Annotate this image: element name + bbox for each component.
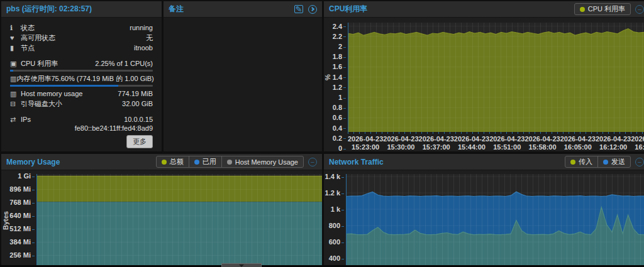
more-button[interactable]: 更多: [126, 135, 153, 148]
y-tick-label: 600: [329, 238, 344, 246]
guest-status-list: ℹ状态running♥高可用状态无▮节点itnoob▣CPU 利用率2.25% …: [1, 18, 162, 148]
notes-panel-header: 备注 ✎: [164, 1, 322, 18]
y-tick-label: 256 Mi: [9, 251, 35, 259]
network-panel-header: Network Traffic 传入发送 −: [324, 154, 644, 170]
y-tick-label: 2.4: [333, 23, 346, 30]
x-tick-label: 2026-04-2315:30:00: [383, 135, 418, 151]
heartbeat-icon: ♥: [10, 34, 21, 41]
y-tick-label: 1.4 k: [325, 173, 344, 180]
guest-status-panel: pbs (运行时间: 02:28:57) ℹ状态running♥高可用状态无▮节…: [1, 1, 162, 151]
legend-dot-icon: [162, 160, 167, 165]
memory-y-axis-title: Bytes: [1, 174, 10, 267]
status-row: ⊟引导磁盘大小32.00 GiB: [10, 99, 153, 109]
x-tick-label: 2026-04-2315:44:00: [454, 135, 489, 151]
status-row: ⇄IPs10.0.0.15: [10, 114, 153, 124]
legend-item[interactable]: 发送: [597, 156, 630, 167]
cpu-chart[interactable]: [348, 23, 644, 132]
legend-item[interactable]: 传入: [565, 156, 597, 167]
y-tick-label: 1.8: [333, 53, 346, 60]
y-tick-label: 0.2: [333, 134, 346, 142]
network-y-axis: 1.4 k1.2 k1 k800600400: [324, 174, 346, 267]
x-tick-label: 2026-04-2315:51:00: [489, 135, 525, 151]
collapse-icon[interactable]: −: [635, 158, 644, 166]
status-value-secondary: fe80::be24:11ff:fed4:8ad9: [10, 124, 153, 133]
cpu-chart-body: % 00.20.40.60.811.21.41.61.822.22.4 2026…: [324, 18, 644, 151]
status-label: 状态: [21, 23, 35, 33]
status-row: ▮节点itnoob: [10, 43, 153, 53]
top-row: pbs (运行时间: 02:28:57) ℹ状态running♥高可用状态无▮节…: [0, 0, 644, 151]
legend-label: 发送: [611, 157, 625, 166]
x-tick-label: 2026-04-2316:19:00: [631, 135, 644, 151]
usage-progress-fill: [10, 85, 118, 87]
cpu-panel-title: CPU利用率: [329, 4, 367, 14]
y-tick-label: 1.4: [333, 74, 346, 81]
more-row: 更多: [10, 135, 153, 148]
y-tick-label: 640 Mi: [9, 212, 35, 219]
notes-content[interactable]: [164, 18, 322, 151]
x-tick-label: 2026-04-2315:58:00: [525, 135, 560, 151]
legend-item[interactable]: CPU 利用率: [575, 4, 630, 14]
x-tick-label: 2026-04-2316:12:00: [596, 135, 631, 151]
guest-panel-title: pbs (运行时间: 02:28:57): [6, 4, 92, 14]
legend-item[interactable]: 总额: [157, 156, 189, 167]
legend-label: 传入: [579, 157, 592, 166]
y-tick-label: 0.4: [333, 124, 346, 132]
network-chart-body: 1.4 k1.2 k1 k800600400: [324, 170, 644, 267]
status-value: 774.19 MiB: [82, 90, 153, 97]
cpu-y-axis-title: %: [324, 23, 331, 132]
memory-legend: 总额已用Host Memory Usage: [156, 156, 304, 168]
cpu-panel-header: CPU利用率 CPU 利用率 −: [324, 1, 644, 18]
legend-label: Host Memory Usage: [235, 158, 298, 166]
memory-chart-body: Bytes 1 Gi896 Mi768 Mi640 Mi512 Mi384 Mi…: [1, 170, 322, 267]
status-label: 高可用状态: [21, 33, 55, 43]
bottom-row: Memory Usage 总额已用Host Memory Usage − Byt…: [0, 154, 644, 267]
status-label: Host memory usage: [21, 90, 82, 97]
chevron-right-icon: [310, 7, 314, 11]
status-label: 节点: [21, 43, 35, 53]
cpu-x-axis: 2026-04-2315:23:002026-04-2315:30:002026…: [348, 134, 644, 151]
open-note-icon[interactable]: [308, 5, 317, 14]
y-tick-label: 768 Mi: [9, 199, 35, 206]
status-value: running: [35, 24, 153, 31]
status-value: 32.00 GiB: [62, 100, 153, 107]
legend-label: 已用: [203, 157, 216, 166]
y-tick-label: 1.2 k: [325, 189, 344, 197]
legend-dot-icon: [603, 160, 608, 165]
cpu-legend: CPU 利用率: [574, 3, 631, 15]
notes-panel-title: 备注: [169, 4, 184, 14]
status-row: ▣CPU 利用率2.25% of 1 CPU(s): [10, 58, 153, 68]
y-tick-label: 1 k: [331, 205, 344, 213]
x-tick-label: 2026-04-2315:23:00: [348, 135, 383, 151]
legend-item[interactable]: 已用: [189, 156, 221, 167]
memory-panel-title: Memory Usage: [6, 158, 60, 166]
splitter-handle[interactable]: [221, 263, 262, 267]
memory-chart[interactable]: [36, 174, 322, 267]
info-icon: ℹ: [10, 24, 21, 32]
status-row: ▥内存使用率75.60% (774.19 MiB 的 1.00 GiB): [10, 74, 153, 84]
cpu-y-axis: 00.20.40.60.811.21.41.61.822.22.4: [331, 23, 348, 132]
usage-progress-fill: [10, 70, 13, 72]
y-tick-label: 0: [338, 144, 346, 151]
collapse-icon[interactable]: −: [635, 5, 644, 14]
network-chart-panel: Network Traffic 传入发送 − 1.4 k1.2 k1 k8006…: [324, 154, 644, 267]
edit-note-icon[interactable]: ✎: [294, 5, 303, 13]
legend-dot-icon: [227, 160, 232, 165]
y-tick-label: 1.2: [333, 84, 346, 91]
memory-icon: ▥: [10, 90, 21, 98]
x-tick-label: 2026-04-2315:37:00: [419, 135, 454, 151]
network-panel-title: Network Traffic: [329, 158, 384, 166]
status-label: CPU 利用率: [21, 59, 58, 68]
guest-panel-header: pbs (运行时间: 02:28:57): [1, 1, 162, 18]
status-value: 2.25% of 1 CPU(s): [58, 60, 153, 67]
y-tick-label: 0.6: [333, 114, 346, 121]
collapse-icon[interactable]: −: [308, 158, 317, 166]
status-label: 引导磁盘大小: [21, 99, 62, 109]
status-row: ℹ状态running: [10, 23, 153, 33]
network-chart[interactable]: [346, 174, 644, 267]
memory-chart-panel: Memory Usage 总额已用Host Memory Usage − Byt…: [1, 154, 322, 267]
building-icon: ▮: [10, 44, 21, 52]
legend-item[interactable]: Host Memory Usage: [221, 156, 303, 167]
notes-panel: 备注 ✎: [164, 1, 322, 151]
legend-dot-icon: [570, 160, 575, 165]
memory-icon: ▥: [10, 75, 16, 83]
